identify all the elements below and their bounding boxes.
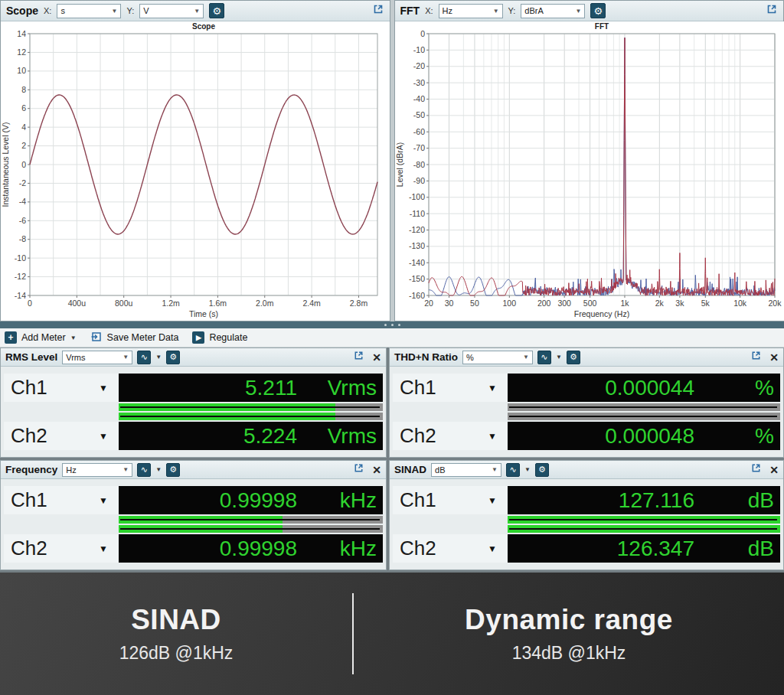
unit-select[interactable]: Vrms▼ xyxy=(62,351,132,364)
gear-icon[interactable]: ⚙ xyxy=(567,351,580,364)
gear-icon[interactable]: ⚙ xyxy=(209,3,224,18)
popout-icon[interactable] xyxy=(750,462,762,477)
channel-row: Ch1▼ 5.211Vrms xyxy=(4,374,383,402)
popout-icon[interactable] xyxy=(353,350,364,364)
meter-rms-level: RMS Level Vrms▼ ∿▼ ⚙ ✕ Ch1▼ 5.211Vrms Ch… xyxy=(0,348,387,458)
save-meter-data-button[interactable]: Save Meter Data xyxy=(90,331,179,345)
chevron-down-icon: ▼ xyxy=(155,466,162,473)
meter-body: Ch1▼ 0.000044% Ch2▼ 0.000048% xyxy=(390,367,783,457)
chevron-down-icon: ▼ xyxy=(488,431,497,442)
popout-icon[interactable] xyxy=(372,3,384,18)
plots-row: Scope X: s▼ Y: V▼ ⚙ 0400u800u1.2m1.6m2.0… xyxy=(0,0,784,321)
svg-text:Frequency (Hz): Frequency (Hz) xyxy=(573,309,629,318)
svg-text:-50: -50 xyxy=(413,110,424,119)
svg-text:-10: -10 xyxy=(413,45,424,54)
results-banner: SINAD 126dB @1kHz Dynamic range 134dB @1… xyxy=(0,573,784,695)
channel-row: Ch2▼ 0.99998kHz xyxy=(4,534,383,563)
scope-panel: Scope X: s▼ Y: V▼ ⚙ 0400u800u1.2m1.6m2.0… xyxy=(0,0,390,321)
svg-text:30: 30 xyxy=(444,299,453,308)
unit-select[interactable]: %▼ xyxy=(462,351,533,364)
dynamic-range-value: 134dB @1kHz xyxy=(354,643,784,664)
close-icon[interactable]: ✕ xyxy=(769,465,779,475)
svg-text:5k: 5k xyxy=(701,299,710,308)
meter-sinad: SINAD dB▼ ∿▼ ⚙ ✕ Ch1▼ 127.116dB Ch2▼ 126… xyxy=(389,460,784,570)
channel-select[interactable]: Ch1▼ xyxy=(393,374,508,402)
svg-text:20k: 20k xyxy=(768,299,782,308)
scope-x-unit-select[interactable]: s▼ xyxy=(57,4,121,18)
svg-text:8: 8 xyxy=(21,85,26,94)
scope-header: Scope X: s▼ Y: V▼ ⚙ xyxy=(1,1,390,21)
popout-icon[interactable] xyxy=(766,3,778,18)
chevron-down-icon: ▼ xyxy=(99,495,108,506)
unit-select[interactable]: dB▼ xyxy=(431,463,501,477)
level-bar xyxy=(393,413,780,420)
meter-style-icon[interactable]: ∿ xyxy=(137,463,151,477)
channel-select[interactable]: Ch1▼ xyxy=(393,486,508,514)
meter-style-icon[interactable]: ∿ xyxy=(137,351,151,364)
regulate-button[interactable]: ▶ Regulate xyxy=(192,331,247,344)
close-icon[interactable]: ✕ xyxy=(372,465,381,475)
scope-x-label: X: xyxy=(44,6,51,15)
svg-text:-150: -150 xyxy=(408,274,424,283)
channel-select[interactable]: Ch2▼ xyxy=(4,534,119,563)
channel-select[interactable]: Ch2▼ xyxy=(4,422,119,450)
meter-header: RMS Level Vrms▼ ∿▼ ⚙ ✕ xyxy=(1,348,386,367)
channel-select[interactable]: Ch2▼ xyxy=(393,422,508,450)
close-icon[interactable]: ✕ xyxy=(769,352,779,363)
channel-row: Ch1▼ 0.99998kHz xyxy=(4,486,383,514)
unit-select[interactable]: Hz▼ xyxy=(62,463,132,477)
svg-text:12: 12 xyxy=(17,47,26,57)
svg-text:-2: -2 xyxy=(19,178,26,188)
svg-text:500: 500 xyxy=(583,299,596,308)
svg-text:-70: -70 xyxy=(413,143,424,152)
meter-title: SINAD xyxy=(394,464,426,475)
dynamic-range-result: Dynamic range 134dB @1kHz xyxy=(354,604,784,664)
gear-icon[interactable]: ⚙ xyxy=(166,351,180,364)
play-icon: ▶ xyxy=(192,331,204,344)
channel-row: Ch2▼ 126.347dB xyxy=(393,534,780,563)
fft-header: FFT X: Hz▼ Y: dBrA▼ ⚙ xyxy=(395,1,784,21)
chevron-down-icon: ▼ xyxy=(488,383,497,393)
meters-grid: RMS Level Vrms▼ ∿▼ ⚙ ✕ Ch1▼ 5.211Vrms Ch… xyxy=(0,348,784,573)
save-icon xyxy=(90,331,103,345)
svg-text:-30: -30 xyxy=(413,78,424,87)
meter-body: Ch1▼ 0.99998kHz Ch2▼ 0.99998kHz xyxy=(1,479,386,569)
gear-icon[interactable]: ⚙ xyxy=(535,463,549,477)
svg-text:1k: 1k xyxy=(620,299,629,308)
chevron-down-icon: ▼ xyxy=(99,431,108,442)
svg-text:FFT: FFT xyxy=(594,22,608,31)
meter-style-icon[interactable]: ∿ xyxy=(506,463,520,477)
meter-display: 0.000048% xyxy=(508,422,780,450)
meter-display: 127.116dB xyxy=(508,486,780,514)
meter-style-icon[interactable]: ∿ xyxy=(537,351,551,364)
channel-select[interactable]: Ch1▼ xyxy=(4,486,119,514)
meter-title: RMS Level xyxy=(5,351,57,363)
svg-text:-120: -120 xyxy=(408,225,424,234)
add-meter-button[interactable]: + Add Meter ▼ xyxy=(5,331,77,344)
meter-header: Frequency Hz▼ ∿▼ ⚙ ✕ xyxy=(1,461,386,479)
popout-icon[interactable] xyxy=(353,462,364,477)
horizontal-splitter[interactable] xyxy=(0,321,784,328)
popout-icon[interactable] xyxy=(750,350,762,364)
meter-title: Frequency xyxy=(5,464,57,475)
meter-header: THD+N Ratio %▼ ∿▼ ⚙ ✕ xyxy=(390,348,783,367)
svg-text:Level (dBrA): Level (dBrA) xyxy=(395,142,404,187)
scope-y-unit-select[interactable]: V▼ xyxy=(139,4,204,18)
chevron-down-icon: ▼ xyxy=(122,466,129,473)
fft-y-unit-select[interactable]: dBrA▼ xyxy=(521,4,585,18)
channel-select[interactable]: Ch2▼ xyxy=(393,534,508,563)
chevron-down-icon: ▼ xyxy=(575,8,581,15)
svg-text:Instantaneous Level (V): Instantaneous Level (V) xyxy=(1,122,10,207)
channel-row: Ch2▼ 5.224Vrms xyxy=(4,422,383,450)
meter-toolbar: + Add Meter ▼ Save Meter Data ▶ Regulate xyxy=(0,328,784,348)
channel-select[interactable]: Ch1▼ xyxy=(4,374,119,402)
close-icon[interactable]: ✕ xyxy=(372,352,381,363)
svg-text:-100: -100 xyxy=(408,192,424,201)
gear-icon[interactable]: ⚙ xyxy=(590,3,606,18)
level-bar xyxy=(4,516,383,524)
svg-text:0: 0 xyxy=(28,299,32,308)
gear-icon[interactable]: ⚙ xyxy=(166,463,180,477)
svg-text:200: 200 xyxy=(537,299,550,308)
fft-x-unit-select[interactable]: Hz▼ xyxy=(439,4,503,18)
svg-text:Time (s): Time (s) xyxy=(189,309,218,318)
